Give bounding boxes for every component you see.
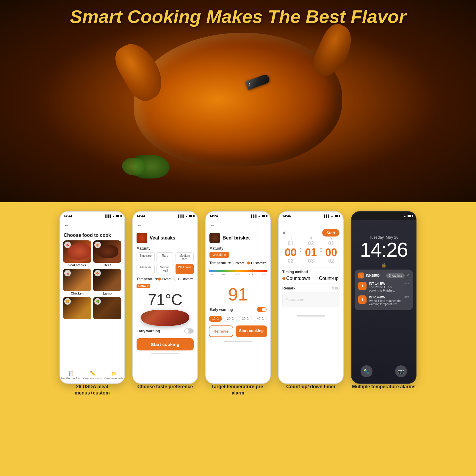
show-less-btn[interactable]: Show less	[386, 273, 405, 278]
lock-bottom-icons: 🔦 📷	[352, 365, 416, 377]
chip-20[interactable]: 20°C	[224, 316, 237, 322]
phone1-status-icons: ▐▐▐ ▲	[104, 214, 121, 218]
notif-close[interactable]: ✕	[406, 273, 409, 278]
timer-start-btn[interactable]: Start	[322, 229, 339, 237]
customize-radio-circle	[174, 278, 177, 281]
phone2-header: ←	[133, 220, 197, 231]
food-label-beef: Beef	[93, 263, 121, 267]
remove-btn[interactable]: Remove	[209, 325, 233, 337]
gauge-labels: 65°C 80°C 85°C 90°C 95°C	[209, 273, 267, 276]
preset-radio[interactable]: Preset	[158, 277, 171, 281]
phone3-status-bar: 14:24 ▐▐▐ ▲	[206, 212, 270, 220]
notif-body-1: The Probe 1 This cooking is Finished.	[369, 286, 402, 292]
food-img-other: 🌿	[93, 297, 121, 319]
food-cell-other[interactable]: 🌿	[93, 297, 121, 320]
food-cell-beef[interactable]: 🍖 Beef	[93, 240, 121, 267]
notif-title-2: INT-14-BW	[369, 295, 402, 299]
phone2-status-bar: 14:44 ▐▐▐ ▲	[133, 212, 197, 220]
temp-label: Temperature	[137, 277, 158, 281]
battery-icon5	[408, 215, 412, 217]
notif-body-2: Probe 1 has reached the warning temperat…	[369, 299, 402, 306]
battery-icon3	[262, 215, 267, 217]
early-warning-toggle3[interactable]	[257, 307, 267, 312]
temp-radio-group3: Preset Customize	[231, 261, 267, 265]
phone2: 14:44 ▐▐▐ ▲ ← Veal steaks Maturity Blu	[132, 211, 198, 384]
maturity-medium-rare[interactable]: Medium rare	[176, 252, 194, 262]
notif-app-name: INKBIRD	[366, 274, 380, 277]
maturity-rare[interactable]: Rare	[156, 252, 174, 262]
camera-icon[interactable]: 📷	[395, 365, 407, 377]
preset-radio-circle	[158, 278, 161, 281]
nav-modified[interactable]: 📋 Modified cooking	[61, 371, 81, 380]
chip-40[interactable]: 40°C	[254, 316, 267, 322]
food-cell-chicken[interactable]: 🍗 Chicken	[63, 269, 91, 295]
nav-records[interactable]: 📁 Custom records	[104, 371, 123, 380]
gauge-bar	[209, 270, 267, 272]
customize-radio3[interactable]: Customize	[247, 261, 267, 265]
remark-section: Remark 0/100 Please enter	[279, 284, 343, 309]
notif-time-2: now	[404, 295, 409, 298]
food-cell-lamb[interactable]: 🍖 Lamb	[93, 269, 121, 295]
phone4-status-icons: ▐▐▐ ▲	[323, 214, 339, 218]
food-img-burger: 🍔	[63, 297, 91, 319]
phone4-status-bar: 14:44 ▐▐▐ ▲	[279, 212, 343, 220]
notif-item-2: 🌡 INT-14-BW Probe 1 has reached the warn…	[358, 294, 409, 307]
action-row: Remove Start cooking	[206, 323, 270, 339]
back-arrow[interactable]: ←	[64, 223, 69, 229]
maturity-well-done[interactable]: Well done	[176, 264, 194, 274]
phone4-time: 14:44	[282, 214, 291, 218]
phone1-wrapper: 14:44 ▐▐▐ ▲ ← Choose food to cook 🥩	[60, 211, 125, 414]
remark-input[interactable]: Please enter	[282, 292, 339, 307]
notif-time-1: now	[404, 282, 409, 285]
food-cell-veal[interactable]: 🥩 Veal steaks	[63, 240, 91, 267]
remark-placeholder: Please enter	[286, 298, 304, 301]
maturity-blue-rare[interactable]: Blue rare	[137, 252, 155, 262]
maturity-medium[interactable]: Medium	[137, 264, 155, 274]
temp-label3: Temperature	[209, 261, 231, 265]
notif-title-1: INT-14-BW	[369, 282, 402, 285]
phone1: 14:44 ▐▐▐ ▲ ← Choose food to cook 🥩	[60, 211, 125, 384]
phone2-time: 14:44	[137, 214, 145, 218]
notif-app-icon: 🌡	[358, 273, 364, 278]
back-arrow2[interactable]: ←	[137, 223, 142, 229]
countdown-radio[interactable]: Countdown	[282, 276, 310, 281]
timing-method-label: Timing method	[282, 270, 339, 274]
gauge-needle	[253, 271, 253, 277]
food-label-lamb: Lamb	[93, 292, 121, 295]
warning-chips: 10°C 20°C 30°C 40°C	[206, 314, 270, 323]
start-cooking-btn2[interactable]: Start cooking	[137, 338, 194, 350]
early-warning-toggle[interactable]	[184, 328, 194, 333]
phone4-caption: Count-up/ down timer	[278, 384, 344, 390]
usda-badge: USDA ©	[137, 284, 150, 288]
start-cooking-btn3[interactable]: Start cooking	[236, 325, 267, 337]
phone3: 14:24 ▐▐▐ ▲ ← Beef brisket Maturity We	[205, 211, 271, 384]
nav-custom[interactable]: ✏️ Custom cooking	[83, 371, 103, 380]
back-arrow3[interactable]: ←	[209, 223, 215, 229]
phone4-wrapper: 14:44 ▐▐▐ ▲ ✕ Start H	[278, 211, 344, 414]
hero-title: Smart Cooking Makes The Best Flavor	[0, 6, 476, 27]
temp-radio-group: Preset Customize	[158, 277, 194, 281]
maturity-medium-well[interactable]: Medium well	[156, 264, 174, 274]
close-btn[interactable]: ✕	[282, 230, 286, 236]
bottom-nav: 📋 Modified cooking ✏️ Custom cooking 📁 C…	[60, 367, 124, 383]
preset-radio3[interactable]: Preset	[231, 261, 244, 265]
food-cell-burger[interactable]: 🍔	[63, 297, 91, 320]
remark-counter: 0/100	[332, 287, 339, 290]
flashlight-icon[interactable]: 🔦	[361, 365, 372, 377]
notif-app: 🌡 INKBIRD	[358, 273, 380, 278]
chip-30[interactable]: 30°C	[239, 316, 252, 322]
food-img-veal: 🥩	[63, 240, 91, 263]
customize-radio[interactable]: Customize	[174, 277, 194, 281]
countup-radio[interactable]: Count-up	[315, 276, 339, 281]
phone1-caption: 26 USDA meat menus+custom	[60, 384, 125, 396]
steak-visual	[141, 310, 189, 326]
bottom-section: 14:44 ▐▐▐ ▲ ← Choose food to cook 🥩	[0, 202, 476, 476]
notif-text-2: INT-14-BW Probe 1 has reached the warnin…	[369, 295, 402, 306]
lock-screen: Tuesday, May 28 14:26 🔒 🌡 INKBIRD S	[352, 220, 416, 384]
phone3-status-icons: ▐▐▐ ▲	[250, 214, 267, 218]
notif-item-icon-2: 🌡	[358, 295, 367, 304]
phone5-caption: Multiple temperature alarms	[351, 384, 416, 390]
chip-10[interactable]: 10°C	[209, 316, 222, 322]
early-warning-label2: Early warning	[137, 329, 160, 333]
maturity-well-done3[interactable]: Well done	[209, 252, 229, 258]
